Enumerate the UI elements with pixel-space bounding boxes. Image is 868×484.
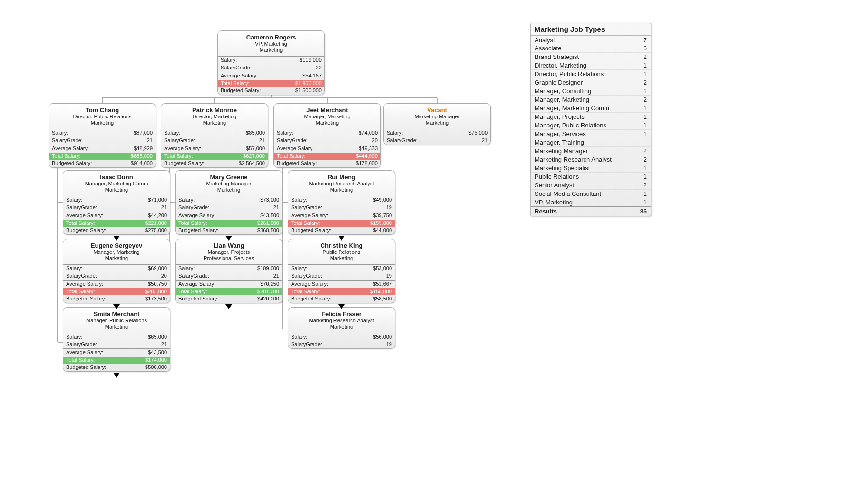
row-budget: Budgeted Salary:$44,000 [288, 227, 395, 234]
expand-icon[interactable] [113, 304, 120, 309]
row-budget: Budgeted Salary:$500,000 [63, 364, 170, 371]
person-title: Marketing Manager [386, 114, 488, 120]
row-grade: SalaryGrade:19 [288, 341, 395, 348]
person-title: Director, Public Relations [51, 114, 154, 120]
row-total: Total Salary:$1,950,000 [218, 80, 324, 87]
org-node-christine-king[interactable]: Christine KingPublic RelationsMarketingS… [288, 239, 395, 303]
row-salary: Salary:$71,000 [63, 196, 170, 204]
org-node-eugene-sergeyev[interactable]: Eugene SergeyevManager, MarketingMarketi… [63, 239, 170, 303]
panel-row: Manager, Marketing Comm1 [531, 104, 651, 112]
row-budget: Budgeted Salary:$368,500 [176, 227, 282, 234]
row-salary: Salary:$74,000 [274, 129, 380, 137]
panel-row: Analyst7 [531, 36, 651, 44]
org-node-vacant[interactable]: VacantMarketing ManagerMarketingSalary:$… [383, 103, 491, 145]
person-name: Tom Chang [51, 106, 154, 114]
row-total: Total Salary:$261,000 [176, 220, 282, 227]
person-title: Marketing Manager [177, 181, 280, 187]
person-dept: Marketing [220, 47, 322, 53]
results-label: Results [535, 208, 557, 215]
row-avg: Average Salary:$43,500 [176, 212, 282, 220]
person-name: Jeet Merchant [276, 106, 379, 114]
row-budget: Budgeted Salary:$914,000 [49, 160, 156, 167]
row-salary: Salary:$53,000 [288, 265, 395, 272]
org-node-lian-wang[interactable]: Lian WangManager, ProjectsProfessional S… [175, 239, 283, 303]
person-name: Mary Greene [177, 174, 280, 181]
row-budget: Budgeted Salary:$275,000 [63, 227, 170, 234]
org-node-jeet-merchant[interactable]: Jeet MerchantManager, MarketingMarketing… [273, 103, 381, 168]
panel-row: Brand Strategist2 [531, 52, 651, 61]
row-avg: Average Salary:$57,000 [161, 145, 268, 153]
row-salary: Salary:$49,000 [288, 196, 395, 204]
person-dept: Marketing [290, 255, 393, 261]
row-total: Total Salary:$203,000 [63, 288, 170, 296]
row-grade: SalaryGrade:19 [288, 272, 395, 280]
row-budget: Budgeted Salary:$420,000 [176, 295, 282, 303]
panel-row: Marketing Manager2 [531, 146, 651, 155]
org-node-felicia-fraser[interactable]: Felicia FraserMarketing Research Analyst… [288, 307, 395, 349]
expand-icon[interactable] [113, 373, 120, 378]
row-budget: Budgeted Salary:$178,000 [274, 160, 380, 167]
panel-row: Marketing Research Analyst2 [531, 155, 651, 164]
row-total: Total Salary:$281,000 [176, 288, 282, 296]
panel-row: Social Media Consultant1 [531, 189, 651, 198]
person-name: Isaac Dunn [65, 174, 168, 181]
person-dept: Marketing [177, 187, 280, 193]
org-node-rui-meng[interactable]: Rui MengMarketing Research AnalystMarket… [288, 170, 395, 235]
row-salary: Salary:$75,000 [384, 129, 490, 137]
row-salary: Salary:$65,000 [63, 333, 170, 341]
person-dept: Marketing [65, 187, 168, 193]
person-title: Manager, Projects [177, 249, 280, 255]
panel-results-row: Results 36 [531, 206, 651, 216]
row-grade: SalaryGrade:21 [176, 272, 282, 280]
row-salary: Salary:$73,000 [176, 196, 282, 204]
row-total: Total Salary:$221,000 [63, 220, 170, 227]
panel-row: Manager, Public Relations1 [531, 121, 651, 129]
person-name: Felicia Fraser [290, 310, 393, 318]
row-salary: Salary:$87,000 [49, 129, 156, 137]
row-budget: Budgeted Salary:$2,564,500 [161, 160, 268, 167]
panel-row: Director, Marketing1 [531, 61, 651, 69]
person-dept: Marketing [386, 120, 488, 126]
org-node-mary-greene[interactable]: Mary GreeneMarketing ManagerMarketingSal… [175, 170, 283, 235]
row-budget: Budgeted Salary:$58,500 [288, 295, 395, 303]
row-avg: Average Salary:$43,500 [63, 349, 170, 357]
expand-icon[interactable] [338, 236, 345, 241]
row-grade: SalaryGrade:21 [49, 137, 156, 145]
expand-icon[interactable] [338, 304, 345, 309]
row-salary: Salary:$119,000 [218, 57, 324, 64]
row-grade: SalaryGrade:20 [63, 272, 170, 280]
org-node-isaac-dunn[interactable]: Isaac DunnManager, Marketing CommMarketi… [63, 170, 170, 235]
row-grade: SalaryGrade:21 [161, 137, 268, 145]
expand-icon[interactable] [225, 236, 232, 241]
person-title: Director, Marketing [163, 114, 266, 120]
person-name: Patrick Monroe [163, 106, 266, 114]
person-title: VP, Marketing [220, 41, 322, 47]
person-dept: Marketing [290, 324, 393, 330]
org-node-smita-merchant[interactable]: Smita MerchantManager, Public RelationsM… [63, 307, 170, 372]
panel-row: Manager, Consulting1 [531, 87, 651, 95]
person-dept: Marketing [65, 324, 168, 330]
row-avg: Average Salary:$48,929 [49, 145, 156, 153]
panel-row: Senior Analyst2 [531, 181, 651, 189]
panel-row: Graphic Designer2 [531, 78, 651, 87]
person-title: Marketing Research Analyst [290, 318, 393, 324]
person-title: Manager, Public Relations [65, 318, 168, 324]
expand-icon[interactable] [225, 304, 232, 309]
row-total: Total Salary:$159,000 [288, 220, 395, 227]
panel-row: Associate6 [531, 44, 651, 52]
org-node-cameron-rogers[interactable]: Cameron RogersVP, MarketingMarketingSala… [217, 30, 325, 95]
panel-row: Public Relations1 [531, 172, 651, 181]
row-total: Total Salary:$155,000 [288, 288, 395, 296]
row-grade: SalaryGrade:22 [218, 64, 324, 72]
panel-row: Manager, Services1 [531, 129, 651, 138]
person-name: Rui Meng [290, 174, 393, 181]
row-grade: SalaryGrade:20 [274, 137, 380, 145]
panel-row: Marketing Specialist1 [531, 164, 651, 172]
panel-row: Manager, Marketing2 [531, 95, 651, 104]
org-node-tom-chang[interactable]: Tom ChangDirector, Public RelationsMarke… [49, 103, 156, 168]
org-node-patrick-monroe[interactable]: Patrick MonroeDirector, MarketingMarketi… [161, 103, 268, 168]
row-salary: Salary:$69,000 [63, 265, 170, 272]
row-avg: Average Salary:$54,167 [218, 72, 324, 80]
row-total: Total Salary:$685,000 [49, 153, 156, 160]
expand-icon[interactable] [113, 236, 120, 241]
